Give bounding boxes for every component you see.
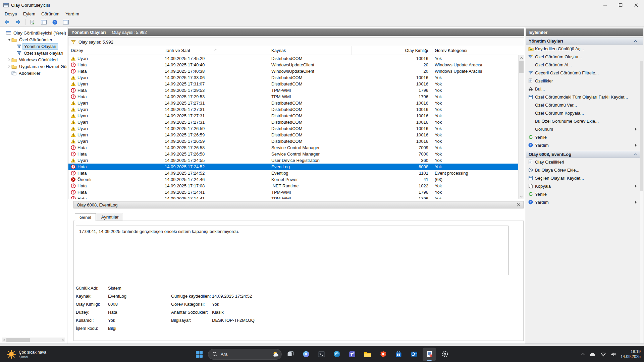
- menu-item-1[interactable]: Eylem: [20, 10, 38, 17]
- event-row[interactable]: Hata14.09.2025 17:24:52EventLog6008Yok: [68, 164, 518, 170]
- tree-item[interactable]: Uygulama ve Hizmet Günlük...: [0, 63, 67, 70]
- taskbar-app-settings[interactable]: [438, 348, 451, 361]
- column-header-1[interactable]: Tarih ve Saat: [162, 46, 269, 55]
- event-row[interactable]: Uyarı14.09.2025 17:24:55User Device Regi…: [68, 157, 518, 164]
- events-vertical-scrollbar[interactable]: [518, 55, 524, 199]
- event-row[interactable]: Hata14.09.2025 17:14:41TPM-WMI1796Yok: [68, 189, 518, 195]
- forward-button[interactable]: [14, 18, 22, 26]
- action-item[interactable]: Özel Görünüm Kopyala...: [526, 109, 643, 117]
- back-button[interactable]: [3, 18, 11, 26]
- action-item[interactable]: Yenile: [526, 133, 643, 141]
- taskbar-app-edge[interactable]: [330, 348, 343, 361]
- action-item[interactable]: Özel Görünümü Ver...: [526, 101, 643, 109]
- event-row[interactable]: Hata14.09.2025 17:26:58Service Control M…: [68, 144, 518, 151]
- actions-scroll-thumb[interactable]: [640, 61, 643, 191]
- menu-item-3[interactable]: Yardım: [62, 10, 82, 17]
- action-item[interactable]: Özel Görünümdeki Tüm Olayları Farklı Kay…: [526, 93, 643, 101]
- action-item[interactable]: Bu Özel Görünüme Görev Ekle...: [526, 117, 643, 125]
- console-tree-toggle-button[interactable]: [40, 18, 48, 26]
- taskbar-app-terminal[interactable]: [315, 348, 328, 361]
- titlebar[interactable]: Olay Görüntüleyicisi: [0, 0, 644, 10]
- hidden-icons-chevron-icon[interactable]: [581, 353, 585, 356]
- tree-item[interactable]: Özet sayfası olayları: [0, 50, 67, 56]
- event-row[interactable]: Uyarı14.09.2025 17:26:59DistributedCOM10…: [68, 138, 518, 144]
- actions-section-header-0[interactable]: Yönetim Olayları: [526, 38, 643, 45]
- action-item[interactable]: Görünüm: [526, 125, 643, 133]
- event-row[interactable]: Hata14.09.2025 17:17:08.NET Runtime1022Y…: [68, 183, 518, 189]
- scroll-left-icon[interactable]: [2, 338, 6, 342]
- close-button[interactable]: [628, 0, 644, 10]
- events-scroll-thumb[interactable]: [519, 61, 524, 73]
- scroll-right-icon[interactable]: [60, 338, 65, 342]
- event-row[interactable]: Hata14.09.2025 17:40:38WindowsUpdateClie…: [68, 68, 518, 74]
- event-row[interactable]: Hata14.09.2025 17:40:40WindowsUpdateClie…: [68, 62, 518, 68]
- tab-genel[interactable]: Genel: [75, 213, 96, 221]
- tree-item[interactable]: Olay Görüntüleyicisi (Yerel): [0, 29, 67, 36]
- action-item[interactable]: Özel Görünüm Al...: [526, 61, 643, 69]
- wifi-icon[interactable]: [600, 352, 606, 357]
- collapsed-expander-icon[interactable]: [7, 58, 11, 61]
- event-row[interactable]: Uyarı14.09.2025 17:26:59DistributedCOM10…: [68, 132, 518, 138]
- onedrive-cloud-icon[interactable]: [590, 352, 596, 357]
- tab-ayrıntılar[interactable]: Ayrıntılar: [97, 213, 123, 221]
- minimize-button[interactable]: [597, 0, 613, 10]
- taskbar-app-explorer[interactable]: [361, 348, 374, 361]
- event-row[interactable]: Hata14.09.2025 17:29:53TPM-WMI1796Yok: [68, 87, 518, 94]
- tree-item[interactable]: Özel Görünümler: [0, 36, 67, 43]
- actions-section-header-1[interactable]: Olay 6008, EventLog: [526, 151, 643, 158]
- event-row[interactable]: Uyarı14.09.2025 17:31:07DistributedCOM10…: [68, 81, 518, 87]
- taskbar-search[interactable]: Ara: [208, 349, 282, 360]
- weather-widget[interactable]: Çok sıcak hava Şimdi: [4, 346, 49, 362]
- taskbar-app-event-viewer[interactable]: [423, 348, 436, 361]
- event-row[interactable]: Uyarı14.09.2025 17:27:31DistributedCOM10…: [68, 119, 518, 125]
- tree-item[interactable]: Windows Günlükleri: [0, 56, 67, 63]
- action-item[interactable]: Özel Görünüm Oluştur...: [526, 53, 643, 61]
- column-header-0[interactable]: Düzey: [68, 46, 162, 55]
- taskbar-app-copilot[interactable]: [299, 348, 313, 361]
- event-row[interactable]: Uyarı14.09.2025 17:27:31DistributedCOM10…: [68, 106, 518, 113]
- event-row[interactable]: Önemli14.09.2025 17:24:46Kernel-Power41(…: [68, 176, 518, 183]
- tree-horizontal-scrollbar[interactable]: [2, 338, 65, 342]
- help-button[interactable]: ?: [51, 18, 59, 26]
- event-row[interactable]: Hata14.09.2025 17:14:41TPM-WMI1796Yok: [68, 195, 518, 199]
- column-header-2[interactable]: Kaynak: [269, 46, 352, 55]
- action-item[interactable]: Olay Özellikleri: [526, 158, 643, 166]
- tree-item[interactable]: Abonelikler: [0, 70, 67, 76]
- column-header-4[interactable]: Görev Kategorisi: [432, 46, 518, 55]
- action-item[interactable]: Geçerli Özel Görünümü Filtrele...: [526, 69, 643, 77]
- tree-scroll-thumb[interactable]: [6, 338, 30, 342]
- action-item[interactable]: Kopyala: [526, 182, 643, 190]
- event-row[interactable]: Uyarı14.09.2025 17:27:31DistributedCOM10…: [68, 113, 518, 119]
- collapse-section-icon[interactable]: [634, 154, 637, 156]
- scroll-up-icon[interactable]: [519, 55, 524, 60]
- taskbar-app-brave[interactable]: [376, 348, 390, 361]
- event-row[interactable]: Hata14.09.2025 17:24:52Eventlog1101Event…: [68, 170, 518, 176]
- event-row[interactable]: Uyarı14.09.2025 17:45:29DistributedCOM10…: [68, 55, 518, 62]
- action-item[interactable]: ?Yardım: [526, 198, 643, 206]
- taskbar-app-teams[interactable]: [345, 348, 359, 361]
- action-item[interactable]: Yenile: [526, 190, 643, 198]
- collapsed-expander-icon[interactable]: [7, 65, 11, 68]
- taskbar-app-store[interactable]: [392, 348, 405, 361]
- volume-icon[interactable]: [611, 352, 616, 357]
- event-row[interactable]: Hata14.09.2025 17:29:53TPM-WMI1796Yok: [68, 94, 518, 100]
- event-row[interactable]: Hata14.09.2025 17:26:58Service Control M…: [68, 151, 518, 157]
- action-item[interactable]: ?Yardım: [526, 141, 643, 149]
- tree-item[interactable]: Yönetim Olayları: [0, 43, 67, 50]
- tree-scroll-track[interactable]: [6, 338, 60, 342]
- event-row[interactable]: Uyarı14.09.2025 17:33:06DistributedCOM10…: [68, 74, 518, 81]
- actions-scrollbar[interactable]: [640, 61, 643, 343]
- taskbar-app-outlook[interactable]: [407, 348, 421, 361]
- action-item[interactable]: Bu Olaya Görev Ekle...: [526, 166, 643, 174]
- close-icon[interactable]: [517, 203, 520, 206]
- export-list-button[interactable]: [29, 18, 37, 26]
- menu-item-0[interactable]: Dosya: [2, 10, 20, 17]
- action-item[interactable]: Bul...: [526, 85, 643, 93]
- event-row[interactable]: Uyarı14.09.2025 17:26:59DistributedCOM10…: [68, 125, 518, 132]
- clock[interactable]: 18:19 14.09.2025: [621, 349, 641, 359]
- expanded-expander-icon[interactable]: [7, 38, 11, 41]
- action-item[interactable]: Seçilen Olayları Kaydet...: [526, 174, 643, 182]
- column-header-3[interactable]: Olay Kimliği: [352, 46, 432, 55]
- maximize-button[interactable]: [613, 0, 628, 10]
- scroll-down-icon[interactable]: [519, 194, 524, 199]
